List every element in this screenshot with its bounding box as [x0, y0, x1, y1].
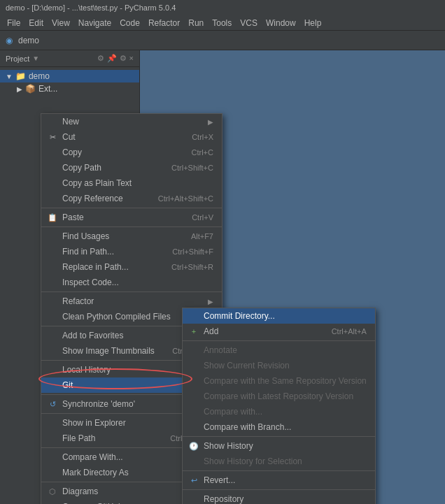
compare-icon	[47, 452, 58, 463]
menu-run[interactable]: Run	[184, 17, 208, 29]
main-area: Project ▼ ⚙ 📌 ⚙ × ▼ 📁 demo ▶ 📦 Ext...	[0, 50, 445, 504]
sidebar-title: Project	[6, 55, 29, 63]
find-usages-icon	[47, 231, 58, 242]
mark-dir-icon	[47, 467, 58, 478]
annotate-icon	[188, 345, 199, 356]
ctx-compare-label: Compare With...	[62, 452, 123, 462]
tree-item-label: demo	[29, 71, 50, 81]
ctx-copy-path-shortcut: Ctrl+Shift+C	[171, 164, 213, 172]
submenu-show-history[interactable]: 🕐 Show History	[183, 438, 375, 454]
sidebar-close-icon[interactable]: ×	[129, 54, 134, 63]
separator-1	[41, 208, 222, 208]
sidebar-settings-icon[interactable]: ⚙	[97, 54, 104, 63]
explorer-icon	[47, 417, 58, 429]
submenu-compare-latest-label: Compare with Latest Repository Version	[204, 391, 353, 401]
ctx-cut-label: Cut	[62, 132, 76, 142]
submenu-compare-latest: Compare with Latest Repository Version	[183, 389, 375, 404]
tree-item-demo[interactable]: ▼ 📁 demo	[0, 70, 139, 82]
menu-refactor[interactable]: Refactor	[144, 17, 184, 29]
show-current-icon	[188, 360, 199, 371]
ctx-cut[interactable]: ✂ Cut Ctrl+X	[41, 129, 222, 145]
sync-icon: ↺	[47, 398, 58, 410]
ctx-copy-ref[interactable]: Copy Reference Ctrl+Alt+Shift+C	[41, 191, 222, 206]
ctx-refactor-label: Refactor	[62, 296, 94, 306]
submenu-revert[interactable]: ↩ Revert...	[183, 473, 375, 488]
github-icon	[47, 501, 58, 504]
ctx-paste[interactable]: 📋 Paste Ctrl+V	[41, 210, 222, 225]
favorites-icon	[47, 330, 58, 341]
submenu-compare-same: Compare with the Same Repository Version	[183, 373, 375, 389]
revert-icon: ↩	[188, 475, 199, 486]
title-bar: demo - [D:\demo] - ...\test\test.py - Py…	[0, 0, 445, 15]
separator-2	[41, 226, 222, 227]
menu-edit[interactable]: Edit	[24, 17, 48, 29]
sidebar: Project ▼ ⚙ 📌 ⚙ × ▼ 📁 demo ▶ 📦 Ext...	[0, 50, 140, 504]
submenu-annotate-label: Annotate	[204, 345, 237, 355]
submenu-show-history-label: Show History	[204, 441, 253, 451]
menu-code[interactable]: Code	[115, 17, 144, 29]
submenu-compare-with-label: Compare with...	[204, 407, 262, 417]
submenu-compare-same-label: Compare with the Same Repository Version	[204, 376, 367, 386]
submenu-sep-1	[183, 340, 375, 341]
ctx-inspect-label: Inspect Code...	[62, 278, 119, 287]
sidebar-pin-icon[interactable]: 📌	[107, 54, 117, 63]
ctx-find-usages[interactable]: Find Usages Alt+F7	[41, 229, 222, 244]
find-path-icon	[47, 246, 58, 257]
replace-path-icon	[47, 261, 58, 273]
submenu-repository[interactable]: Repository	[183, 491, 375, 504]
refactor-icon	[47, 296, 58, 307]
menu-help[interactable]: Help	[300, 17, 326, 29]
submenu-compare-with: Compare with...	[183, 404, 375, 419]
menu-vcs[interactable]: VCS	[236, 17, 262, 29]
separator-3	[41, 291, 222, 292]
menu-tools[interactable]: Tools	[208, 17, 236, 29]
ctx-show-explorer-label: Show in Explorer	[62, 418, 126, 428]
diagrams-icon: ⬡	[47, 486, 58, 497]
git-icon	[47, 380, 58, 391]
sidebar-header: Project ▼ ⚙ 📌 ⚙ ×	[0, 50, 139, 67]
menu-window[interactable]: Window	[262, 17, 300, 29]
folder-icon: 📁	[15, 71, 26, 81]
compare-branch-icon	[188, 422, 199, 433]
ctx-copy-ref-shortcut: Ctrl+Alt+Shift+C	[158, 194, 213, 203]
submenu-sep-3	[183, 470, 375, 471]
sidebar-dropdown-arrow[interactable]: ▼	[32, 55, 39, 62]
ctx-new[interactable]: New ▶	[41, 114, 222, 129]
refactor-arrow: ▶	[208, 298, 213, 305]
show-history-icon: 🕐	[188, 440, 199, 452]
ctx-copy-path-label: Copy Path	[62, 163, 101, 173]
expand-arrow: ▼	[6, 73, 13, 80]
external-lib-icon: 📦	[25, 84, 36, 94]
menu-view[interactable]: View	[48, 17, 74, 29]
ctx-file-path-label: File Path	[62, 433, 95, 443]
ctx-refactor[interactable]: Refactor ▶	[41, 294, 222, 309]
copy-icon	[47, 147, 58, 158]
copy-ref-icon	[47, 193, 58, 204]
tree-item-external[interactable]: ▶ 📦 Ext...	[0, 82, 139, 95]
ctx-copy-path[interactable]: Copy Path Ctrl+Shift+C	[41, 160, 222, 175]
submenu-add[interactable]: + Add Ctrl+Alt+A	[183, 324, 375, 339]
submenu-commit-dir-label: Commit Directory...	[204, 311, 275, 321]
submenu-commit-dir[interactable]: Commit Directory...	[183, 308, 375, 324]
ctx-replace-path[interactable]: Replace in Path... Ctrl+Shift+R	[41, 259, 222, 275]
compare-same-icon	[188, 375, 199, 387]
ctx-copy-shortcut: Ctrl+C	[192, 148, 213, 157]
submenu-compare-branch[interactable]: Compare with Branch...	[183, 419, 375, 435]
sidebar-gear-icon[interactable]: ⚙	[120, 54, 127, 63]
ctx-local-history-label: Local History	[62, 365, 111, 375]
ctx-diagrams-label: Diagrams	[62, 487, 98, 496]
menu-navigate[interactable]: Navigate	[74, 17, 115, 29]
inspect-icon	[47, 277, 58, 288]
ctx-inspect[interactable]: Inspect Code...	[41, 275, 222, 290]
ctx-copy[interactable]: Copy Ctrl+C	[41, 145, 222, 160]
cut-icon: ✂	[47, 131, 58, 143]
submenu-show-current: Show Current Revision	[183, 358, 375, 373]
menu-file[interactable]: File	[3, 17, 24, 29]
ctx-find-path[interactable]: Find in Path... Ctrl+Shift+F	[41, 244, 222, 259]
project-breadcrumb: ◉ demo	[6, 36, 39, 45]
submenu-repository-label: Repository	[204, 494, 243, 504]
ctx-copy-plain[interactable]: Copy as Plain Text	[41, 175, 222, 191]
ctx-copy-label: Copy	[62, 147, 82, 157]
submenu-show-history-sel: Show History for Selection	[183, 454, 375, 469]
submenu-show-current-label: Show Current Revision	[204, 361, 290, 370]
